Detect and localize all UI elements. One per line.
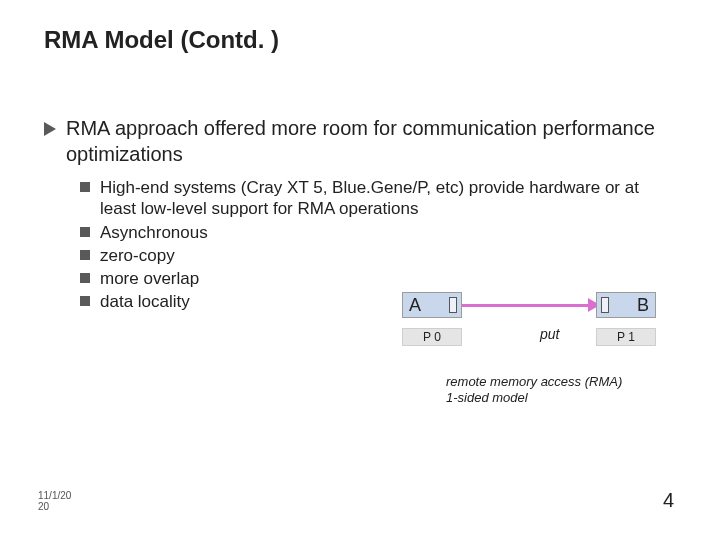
list-item-text: more overlap [100,268,199,289]
caption-line-2: 1-sided model [446,390,622,406]
square-bullet-icon [80,273,90,283]
process-box-a: A [402,292,462,318]
square-bullet-icon [80,227,90,237]
square-bullet-icon [80,296,90,306]
footer-page-number: 4 [663,489,674,512]
rma-diagram: A B P 0 P 1 put [402,292,672,372]
list-item: more overlap [80,268,700,289]
footer-date-line1: 11/1/20 [38,490,71,501]
bullet-l1: RMA approach offered more room for commu… [44,116,700,167]
buffer-mark-icon [449,297,457,313]
list-item-text: data locality [100,291,190,312]
slide-body: RMA approach offered more room for commu… [44,116,700,315]
process-box-b: B [596,292,656,318]
footer-date: 11/1/20 20 [38,490,71,512]
list-item-text: Asynchronous [100,222,208,243]
bullet-l1-text: RMA approach offered more room for commu… [66,116,700,167]
process-box-b-label: B [637,295,655,316]
process-label-p0: P 0 [402,328,462,346]
process-box-a-label: A [409,295,421,316]
slide: RMA Model (Contd. ) RMA approach offered… [0,0,720,540]
square-bullet-icon [80,182,90,192]
slide-title: RMA Model (Contd. ) [44,26,279,54]
buffer-mark-icon [601,297,609,313]
list-item: zero-copy [80,245,700,266]
footer-date-line2: 20 [38,501,71,512]
op-label-put: put [540,326,559,342]
put-arrow-line-icon [462,304,596,307]
caption-line-1: remote memory access (RMA) [446,374,622,390]
square-bullet-icon [80,250,90,260]
list-item: High-end systems (Cray XT 5, Blue.Gene/P… [80,177,700,220]
list-item-text: High-end systems (Cray XT 5, Blue.Gene/P… [100,177,660,220]
triangle-bullet-icon [44,122,58,136]
diagram-caption: remote memory access (RMA) 1-sided model [446,374,622,407]
svg-marker-0 [44,122,56,136]
list-item-text: zero-copy [100,245,175,266]
process-label-p1: P 1 [596,328,656,346]
list-item: Asynchronous [80,222,700,243]
